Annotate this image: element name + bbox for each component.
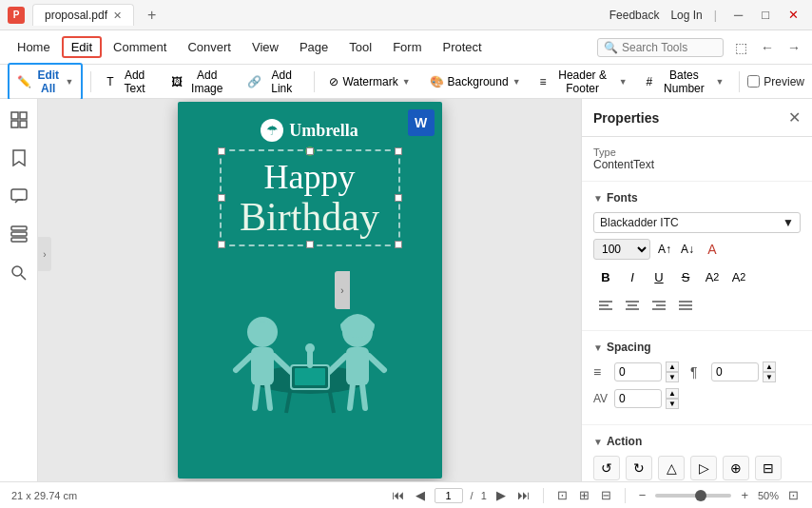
- menu-edit[interactable]: Edit: [62, 36, 102, 58]
- bold-button[interactable]: B: [593, 265, 618, 288]
- fit-width-button[interactable]: ⊞: [577, 486, 591, 504]
- preview-checkbox-label[interactable]: Preview: [747, 75, 804, 88]
- minimize-button[interactable]: ─: [728, 6, 748, 24]
- para-spacing-input[interactable]: [711, 362, 759, 381]
- menu-home[interactable]: Home: [8, 36, 60, 58]
- crop-button[interactable]: ⊕: [723, 456, 749, 480]
- close-button[interactable]: ✕: [783, 6, 804, 24]
- strikethrough-button[interactable]: S: [673, 265, 698, 288]
- add-text-button[interactable]: T Add Text: [99, 65, 159, 99]
- menu-convert[interactable]: Convert: [178, 36, 241, 58]
- external-link-button[interactable]: ⬚: [731, 38, 751, 57]
- feedback-label[interactable]: Feedback: [609, 9, 660, 22]
- document-tab[interactable]: proposal.pdf ✕: [32, 4, 134, 26]
- new-tab-button[interactable]: +: [142, 7, 162, 24]
- menu-form[interactable]: Form: [383, 36, 431, 58]
- fonts-section-header[interactable]: ▼ Fonts: [593, 191, 801, 205]
- font-size-increase-button[interactable]: A↑: [654, 239, 675, 260]
- pdf-area: ☂ Umbrella: [38, 99, 581, 481]
- add-image-button[interactable]: 🖼 Add Image: [164, 65, 236, 99]
- header-footer-button[interactable]: ≡ Header & Footer ▼: [532, 65, 635, 99]
- handle-tm[interactable]: [306, 147, 314, 155]
- chevron-down-icon3: ▼: [512, 77, 521, 87]
- zoom-out-button[interactable]: −: [637, 486, 648, 504]
- para-spacing-down[interactable]: ▼: [763, 372, 776, 382]
- right-panel-toggle[interactable]: ›: [335, 271, 350, 309]
- sidebar-item-thumbnail[interactable]: [6, 107, 32, 133]
- superscript-button[interactable]: A2: [700, 265, 725, 288]
- tab-close-icon[interactable]: ✕: [113, 10, 122, 22]
- menu-page[interactable]: Page: [290, 36, 338, 58]
- para-spacing-up[interactable]: ▲: [763, 361, 776, 372]
- menu-view[interactable]: View: [242, 36, 288, 58]
- handle-br[interactable]: [395, 241, 402, 248]
- search-input[interactable]: [622, 41, 717, 54]
- font-size-decrease-button[interactable]: A↓: [677, 239, 698, 260]
- watermark-button[interactable]: ⊘ Watermark ▼: [321, 71, 417, 92]
- underline-button[interactable]: U: [647, 265, 671, 288]
- type-section: Type ContentText: [582, 137, 812, 182]
- char-spacing-down[interactable]: ▼: [666, 399, 679, 409]
- zoom-select-button[interactable]: ⊡: [786, 486, 801, 504]
- font-select[interactable]: Blackadder ITC ▼: [593, 212, 801, 233]
- handle-bl[interactable]: [218, 241, 225, 248]
- char-spacing-up[interactable]: ▲: [666, 388, 679, 399]
- forward-button[interactable]: →: [783, 38, 804, 57]
- font-color-button[interactable]: A: [702, 239, 723, 260]
- handle-bm[interactable]: [306, 241, 314, 248]
- flip-h-button[interactable]: ▷: [690, 456, 717, 480]
- line-spacing-down[interactable]: ▼: [666, 372, 679, 382]
- replace-button[interactable]: ⊟: [755, 456, 782, 480]
- background-button[interactable]: 🎨 Background ▼: [422, 71, 529, 92]
- sidebar-item-bookmarks[interactable]: [6, 145, 32, 171]
- align-left-button[interactable]: [593, 294, 618, 317]
- page-number-input[interactable]: [435, 488, 463, 503]
- add-link-button[interactable]: 🔗 Add Link: [240, 65, 306, 99]
- font-select-arrow: ▼: [783, 216, 794, 229]
- last-page-button[interactable]: ⏭: [515, 486, 532, 504]
- text-selection-box[interactable]: Happy Birthday: [220, 149, 400, 246]
- back-button[interactable]: ←: [757, 38, 778, 57]
- login-label[interactable]: Log In: [670, 9, 702, 22]
- sidebar-item-search[interactable]: [6, 259, 32, 285]
- zoom-thumb[interactable]: [695, 490, 706, 501]
- handle-tl[interactable]: [218, 147, 225, 155]
- flip-v-button[interactable]: △: [658, 456, 685, 480]
- prev-page-button[interactable]: ◀: [414, 486, 427, 504]
- menu-tool[interactable]: Tool: [339, 36, 381, 58]
- action-section-header[interactable]: ▼ Action: [593, 435, 801, 448]
- align-right-button[interactable]: [647, 294, 671, 317]
- sidebar-item-comments[interactable]: [6, 183, 32, 209]
- zoom-in-button[interactable]: +: [739, 486, 750, 504]
- fit-page-button[interactable]: ⊡: [555, 486, 570, 504]
- bates-number-button[interactable]: # Bates Number ▼: [639, 65, 732, 99]
- line-spacing-input[interactable]: [614, 362, 662, 381]
- align-center-button[interactable]: [620, 294, 645, 317]
- edit-all-button[interactable]: ✏️ Edit All ▼: [8, 63, 83, 101]
- next-page-button[interactable]: ▶: [494, 486, 508, 504]
- preview-checkbox[interactable]: [747, 75, 760, 88]
- first-page-button[interactable]: ⏮: [390, 486, 406, 504]
- subscript-button[interactable]: A2: [726, 265, 751, 288]
- sidebar-item-layers[interactable]: [6, 221, 32, 247]
- font-size-select[interactable]: 100 72 48 36 24 18 14 12: [593, 239, 650, 260]
- rotate-ccw-button[interactable]: ↺: [593, 456, 620, 480]
- menu-protect[interactable]: Protect: [434, 36, 492, 58]
- panel-close-button[interactable]: ✕: [788, 108, 801, 127]
- collapse-icon: ▼: [593, 193, 603, 204]
- char-spacing-input[interactable]: [614, 389, 662, 408]
- handle-ml[interactable]: [218, 194, 225, 202]
- maximize-button[interactable]: □: [756, 6, 775, 24]
- sidebar-collapse-button[interactable]: ›: [38, 237, 51, 271]
- zoom-slider[interactable]: [655, 494, 731, 498]
- search-tools[interactable]: 🔍: [597, 38, 724, 57]
- handle-mr[interactable]: [395, 194, 402, 202]
- align-justify-button[interactable]: [673, 294, 698, 317]
- menu-comment[interactable]: Comment: [104, 36, 176, 58]
- actual-size-button[interactable]: ⊟: [599, 486, 613, 504]
- line-spacing-up[interactable]: ▲: [666, 361, 679, 372]
- spacing-section-header[interactable]: ▼ Spacing: [593, 341, 801, 354]
- italic-button[interactable]: I: [620, 265, 645, 288]
- rotate-cw-button[interactable]: ↻: [626, 456, 652, 480]
- handle-tr[interactable]: [395, 147, 402, 155]
